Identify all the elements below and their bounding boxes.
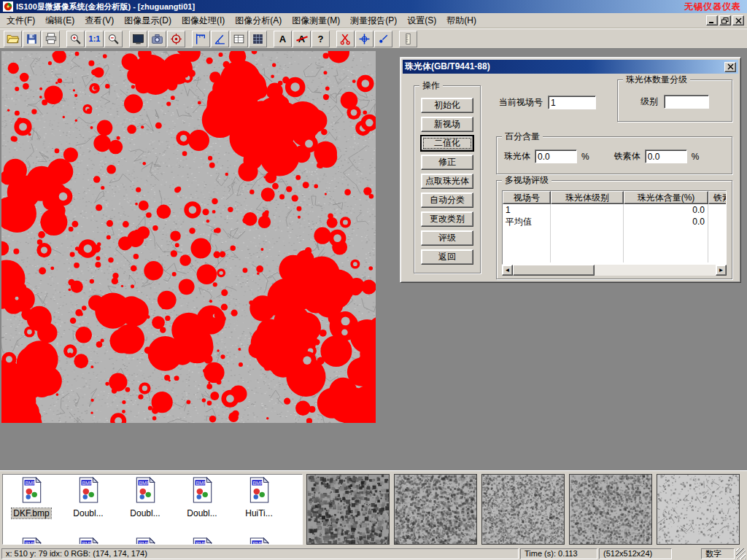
file-name: HuiTi...: [244, 508, 274, 518]
file-item-1[interactable]: BMPDoubl...: [60, 475, 117, 519]
scrollbar-thumb[interactable]: [513, 265, 595, 276]
open-folder-icon[interactable]: [4, 31, 22, 47]
table-cell: [708, 216, 727, 228]
pearlite-percent-unit: %: [581, 152, 589, 162]
thumbnail-4[interactable]: [569, 474, 652, 545]
table-column-header-1[interactable]: 珠光体级别: [551, 191, 624, 204]
dialog-close-button[interactable]: [724, 62, 736, 72]
dialog-title-bar[interactable]: 珠光体(GB/T9441-88): [403, 60, 738, 74]
table-row-1[interactable]: 平均值0.0: [503, 216, 726, 228]
scroll-right-button[interactable]: ►: [716, 265, 727, 276]
table-cell: [624, 228, 708, 239]
report-table-icon[interactable]: [230, 31, 248, 47]
menu-item-3[interactable]: 图像显示(D): [119, 13, 177, 28]
level-label: 级别: [640, 96, 658, 108]
table-horizontal-scrollbar: ◄ ►: [502, 265, 727, 276]
thumbnail-2[interactable]: [394, 474, 477, 545]
operation-button-8[interactable]: 返回: [421, 249, 473, 265]
svg-text:BMP: BMP: [196, 481, 207, 486]
workspace: 珠光体(GB/T9441-88) 操作 初始化新视场二值化修正点取珠光体自动分类…: [0, 50, 747, 470]
menu-item-8[interactable]: 设置(S): [402, 13, 441, 28]
capture-target-icon[interactable]: [167, 31, 185, 47]
help-icon[interactable]: ?: [311, 31, 330, 47]
menu-item-2[interactable]: 查看(V): [80, 13, 119, 28]
zoom-in-icon[interactable]: [66, 31, 85, 47]
table-cell: [551, 204, 624, 216]
table-column-header-3[interactable]: 铁素: [708, 191, 727, 204]
menu-item-0[interactable]: 文件(F): [1, 13, 40, 28]
svg-text:BMP: BMP: [139, 541, 150, 545]
operation-button-0[interactable]: 初始化: [421, 98, 473, 113]
toolbar-separator: [61, 31, 66, 47]
thumbnail-1[interactable]: [306, 474, 390, 545]
percent-group: 百分含量 珠光体 % 铁素体 %: [496, 136, 732, 174]
file-browser-panel: BMPDKF.bmpBMPDoubl...BMPDoubl...BMPDoubl…: [0, 470, 747, 547]
file-item-partial-0[interactable]: BMP: [3, 535, 60, 545]
file-item-0[interactable]: BMPDKF.bmp: [3, 475, 60, 519]
resize-grip[interactable]: [736, 548, 746, 559]
operation-group-label: 操作: [419, 80, 443, 90]
print-icon[interactable]: [42, 31, 60, 47]
table-row-3: [503, 239, 726, 251]
scroll-left-button[interactable]: ◄: [502, 265, 513, 276]
level-input[interactable]: [664, 95, 709, 109]
file-item-partial-2[interactable]: BMP: [117, 535, 174, 545]
text-a-icon[interactable]: A: [274, 31, 292, 47]
menu-item-4[interactable]: 图像处理(I): [177, 13, 230, 28]
menu-item-6[interactable]: 图像测量(M): [287, 13, 345, 28]
table-row-0[interactable]: 10.0: [503, 204, 726, 216]
grid-window-icon[interactable]: [249, 31, 267, 47]
operation-button-7[interactable]: 评级: [421, 230, 473, 246]
metallographic-image[interactable]: [1, 51, 376, 423]
operation-button-1[interactable]: 新视场: [421, 117, 473, 132]
toolbar-separator: [186, 31, 192, 47]
dialog-title: 珠光体(GB/T9441-88): [405, 61, 724, 73]
cut-red-icon[interactable]: [336, 31, 355, 47]
file-list[interactable]: BMPDKF.bmpBMPDoubl...BMPDoubl...BMPDoubl…: [2, 474, 303, 545]
zoom-out-icon[interactable]: [104, 31, 123, 47]
actual-size-icon[interactable]: 1:1: [85, 31, 104, 47]
svg-text:BMP: BMP: [196, 541, 207, 545]
table-cell: [551, 216, 624, 228]
file-item-4[interactable]: BMPHuiTi...: [231, 475, 287, 519]
camera-icon[interactable]: [148, 31, 166, 47]
file-item-partial-3[interactable]: BMP: [174, 535, 231, 545]
menu-item-7[interactable]: 测量报告(P): [345, 13, 402, 28]
operation-button-2[interactable]: 二值化: [421, 136, 473, 151]
bmp-file-icon: BMP: [174, 477, 231, 506]
operation-button-4[interactable]: 点取珠光体: [421, 174, 473, 189]
ferrite-percent-input[interactable]: [645, 149, 687, 163]
ferrite-percent-unit: %: [692, 152, 700, 162]
ferrite-label: 铁素体: [614, 150, 640, 163]
table-column-header-2[interactable]: 珠光体含量(%): [624, 191, 708, 204]
operation-button-3[interactable]: 修正: [421, 155, 473, 170]
current-field-input[interactable]: [548, 96, 596, 109]
measure-angle-icon[interactable]: [211, 31, 229, 47]
menu-item-1[interactable]: 编辑(E): [40, 13, 80, 28]
preview-window-icon[interactable]: [129, 31, 147, 47]
multi-field-grading-group: 多视场评级 视场号珠光体级别珠光体含量(%)铁素10.0平均值0.0 ◄ ►: [496, 180, 732, 279]
pearlite-percent-input[interactable]: [535, 149, 577, 163]
measure-caliper-icon[interactable]: [192, 31, 210, 47]
table-column-header-0[interactable]: 视场号: [503, 191, 551, 204]
mdi-restore-button[interactable]: [719, 15, 731, 26]
file-item-partial-1[interactable]: BMP: [60, 535, 117, 545]
crosshair-icon[interactable]: [355, 31, 374, 47]
ruler-icon[interactable]: [399, 31, 417, 47]
svg-text:BMP: BMP: [26, 481, 36, 486]
file-item-partial-4[interactable]: BMP: [231, 535, 287, 545]
file-item-2[interactable]: BMPDoubl...: [117, 475, 174, 519]
scrollbar-track[interactable]: [513, 265, 716, 276]
thumbnail-3[interactable]: [481, 474, 565, 545]
probe-icon[interactable]: [374, 31, 392, 47]
operation-button-6[interactable]: 更改类别: [421, 211, 473, 227]
thumbnail-5[interactable]: [657, 474, 740, 545]
mdi-close-button[interactable]: [732, 15, 744, 26]
save-icon[interactable]: [23, 31, 41, 47]
operation-button-5[interactable]: 自动分类: [421, 192, 473, 208]
menu-item-9[interactable]: 帮助(H): [441, 13, 481, 28]
menu-item-5[interactable]: 图像分析(A): [230, 13, 287, 28]
mdi-minimize-button[interactable]: [706, 15, 718, 26]
text-a-delete-icon[interactable]: A: [293, 31, 311, 47]
file-item-3[interactable]: BMPDoubl...: [174, 475, 231, 519]
